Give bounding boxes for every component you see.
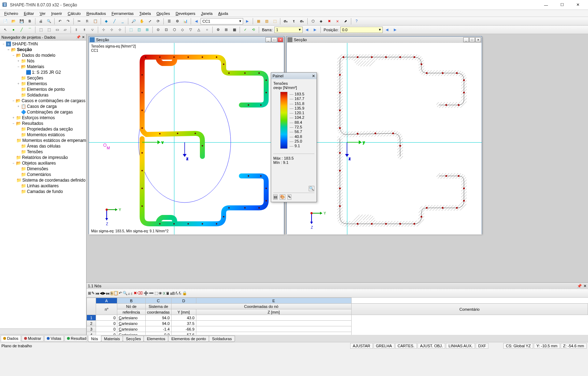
navigator-pin-icon[interactable]: 📌 [76,35,80,39]
tt-fx2-icon[interactable]: fₓ [179,291,181,295]
painel-panel[interactable]: Painel ✕ Tensões σeqv [N/mm²] [271,72,317,202]
painel-tab2-icon[interactable]: 🎨 [280,194,285,200]
table-icon[interactable]: ☰ [165,18,173,25]
menu-developers[interactable]: Developers [173,11,198,16]
tt-add-icon[interactable]: ➕ [144,291,149,295]
tree-item-15[interactable]: 📁Momentos estáticos de empenamento [1,138,85,143]
rotate-icon[interactable]: ⟳ [154,18,162,25]
mdi2-close-icon[interactable]: ✕ [475,37,481,42]
draw-line-icon[interactable]: ╱ [18,26,26,33]
cut-icon[interactable]: ✂ [75,18,83,25]
undo-icon[interactable]: ↶ [56,18,64,25]
tt-edit-icon[interactable]: ✎ [91,291,95,295]
table-close-icon[interactable]: ✕ [583,284,587,288]
tt-fx-icon[interactable]: fₓ [175,291,178,295]
mdi2-titlebar[interactable]: Secção _ □ ✕ [287,37,482,43]
align2-icon[interactable]: ⫵ [80,26,88,33]
close-button[interactable]: ✕ [570,0,586,10]
navigator-scrollbar[interactable] [0,328,86,334]
paste-icon[interactable]: 📋 [91,18,99,25]
tt-find-icon[interactable]: 🔍 [123,291,128,295]
report-icon[interactable]: 📊 [181,18,189,25]
menu-opcoes[interactable]: Opções [154,11,173,16]
tree-item-22[interactable]: 📁Sistema de coordenadas definido pelo ut… [1,177,85,183]
tree-item-16[interactable]: 📁Áreas das células [1,143,85,149]
tt-undo-icon[interactable]: ↶ [119,291,122,295]
painel-close-icon[interactable]: ✕ [312,74,315,78]
table-pin-icon[interactable]: 📌 [577,284,582,288]
calc-icon[interactable]: ⚙ [173,18,181,25]
minimize-button[interactable]: — [538,0,554,10]
painel-tab1-icon[interactable]: ▤ [273,194,278,200]
status-btn-grelha[interactable]: GRELHA [374,343,394,349]
pan-icon[interactable]: ✋ [138,18,146,25]
table-tab-nós[interactable]: Nós [88,336,101,342]
open-icon[interactable]: 📂 [10,18,17,25]
painel-tab3-icon[interactable]: ✎ [287,194,291,200]
help-icon[interactable]: ? [353,18,360,25]
maximize-button[interactable]: ☐ [554,0,570,10]
tool-e-icon[interactable]: ⬈ [342,18,349,25]
res3-icon[interactable]: ⬚ [271,18,279,25]
tree-item-7[interactable]: 📁Soldaduras [1,92,85,98]
mdi1-titlebar[interactable]: Secção _ □ ✕ [89,37,284,43]
tt-prev-icon[interactable]: ◀ [100,291,102,295]
mdi2-min-icon[interactable]: _ [463,37,469,42]
move-icon[interactable]: ⤢ [146,18,154,25]
print-icon[interactable]: 🖨 [37,18,45,25]
tt-copy-icon[interactable]: ⎘ [111,291,113,295]
tt-next-icon[interactable]: ▶ [103,291,106,295]
view3-icon[interactable]: ⊞ [143,26,151,33]
nav-tab-vistas[interactable]: Vistas [44,335,64,342]
tog2-icon[interactable]: ⟲ [250,26,257,33]
opt2-icon[interactable]: ⊞ [222,26,230,33]
tt-rem-icon[interactable]: ➖ [149,291,154,295]
snap6-icon[interactable]: △ [195,26,203,33]
table-row[interactable]: 40Cartesiano0.9-57.6 [87,332,588,335]
sigma-v-icon[interactable]: σᵥ [298,18,306,25]
painel-titlebar[interactable]: Painel ✕ [271,73,317,79]
tree-item-23[interactable]: 📁Linhas auxiliares [1,183,85,189]
new-icon[interactable]: 📄 [1,18,9,25]
cs3-icon[interactable]: ⊹ [116,26,124,33]
line-icon[interactable]: ╱ [111,18,118,25]
save-icon[interactable]: 💾 [18,18,26,25]
table-tab-soldaduras[interactable]: Soldaduras [209,336,235,342]
opt3-icon[interactable]: ▦ [230,26,238,33]
tree-item-1[interactable]: +📁Nós [1,58,85,64]
draw-node-icon[interactable]: ● [10,26,17,33]
edit3-icon[interactable]: ▭ [53,26,61,33]
barra-next-icon[interactable]: ▶ [311,26,319,33]
opt1-icon[interactable]: ⚙ [214,26,222,33]
status-btn-linhasaux[interactable]: LINHAS AUX. [446,343,475,349]
table-tab-elementos de ponto[interactable]: Elementos de ponto [168,336,209,342]
view2-icon[interactable]: ◫ [135,26,143,33]
tree-item-0[interactable]: −📂Dados do modelo [1,52,85,58]
tt-lock-icon[interactable]: 🔒 [182,291,187,295]
tt-filter-icon[interactable]: ⌕ [128,291,130,295]
tree-item-20[interactable]: 📁Dimensões [1,166,85,172]
edit4-icon[interactable]: ▱ [61,26,69,33]
tree-item-4[interactable]: 📁Secções [1,75,85,81]
tree-item-13[interactable]: 📁Propriedades da secção [1,126,85,132]
snap1-icon[interactable]: ⊙ [154,26,162,33]
node-icon[interactable]: ◆ [102,18,110,25]
res2-icon[interactable]: ▧ [263,18,270,25]
pos-next-icon[interactable]: ▶ [391,26,399,33]
menu-ferramentas[interactable]: Ferramentas [109,11,136,16]
tree-section[interactable]: − 📂 Secção [1,47,85,52]
tt-last-icon[interactable]: ⏭ [106,291,110,295]
painel-zoom-icon[interactable]: 🔍 [309,186,314,191]
redo-icon[interactable]: ↷ [64,18,72,25]
tt-delrow-icon[interactable]: ⌫ [137,291,143,295]
menu-inserir[interactable]: Inserir [48,11,65,16]
preview-icon[interactable]: 🔍 [45,18,53,25]
cs2-icon[interactable]: ⊹ [108,26,116,33]
pos-prev-icon[interactable]: ◀ [383,26,391,33]
view1-icon[interactable]: ⬚ [127,26,135,33]
tool-d-icon[interactable]: ⨯ [334,18,341,25]
table-tab-elementos[interactable]: Elementos [144,336,168,342]
menu-resultados[interactable]: Resultados [84,11,109,16]
tt-sort-icon[interactable]: ↕ [131,291,133,295]
table-tab-materiais[interactable]: Materiais [101,336,123,342]
